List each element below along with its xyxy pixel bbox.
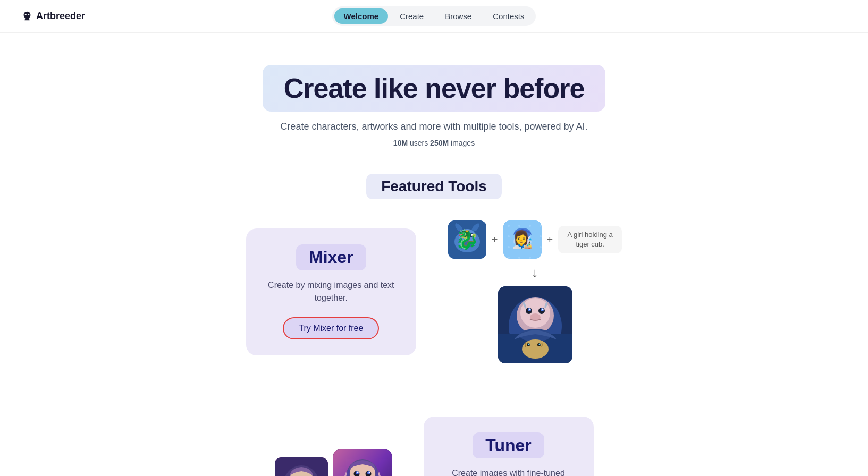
svg-point-20 [520, 240, 525, 243]
mixer-result-image [498, 286, 572, 363]
stat-users-number: 10M [393, 139, 408, 147]
hero-title: Create like never before [284, 72, 585, 104]
mixer-input-image-2 [503, 220, 542, 259]
dragon-svg [448, 220, 486, 259]
nav-item-browse[interactable]: Browse [435, 8, 481, 24]
mixer-description: Create by mixing images and text togethe… [267, 279, 395, 304]
nav-item-welcome[interactable]: Welcome [334, 8, 389, 24]
tuner-image-1 [275, 457, 328, 476]
svg-point-63 [357, 472, 358, 473]
svg-point-1 [28, 13, 29, 15]
mixer-result-svg [498, 286, 572, 363]
svg-point-64 [368, 472, 370, 473]
tuner-title: Tuner [485, 436, 532, 455]
svg-point-5 [461, 233, 465, 237]
svg-rect-11 [503, 220, 542, 259]
section-title: Featured Tools [366, 174, 502, 199]
tuner-images [275, 449, 392, 476]
hero-stats: 10M users 250M images [11, 139, 857, 147]
svg-point-8 [471, 234, 473, 236]
mixer-plus-1: + [492, 234, 498, 246]
mixer-row: Mixer Create by mixing images and text t… [137, 220, 732, 363]
svg-point-4 [459, 229, 476, 244]
mixer-inputs: + [448, 220, 622, 259]
char1-svg [275, 457, 328, 476]
svg-point-16 [517, 236, 520, 240]
mixer-cta-button[interactable]: Try Mixer for free [283, 317, 379, 339]
mixer-plus-2: + [547, 234, 553, 246]
svg-point-29 [529, 309, 530, 310]
nav-item-contests[interactable]: Contests [483, 8, 534, 24]
section-title-wrapper: Featured Tools [137, 174, 732, 199]
tuner-title-wrapper: Tuner [473, 432, 544, 458]
svg-point-3 [454, 231, 480, 252]
mixer-input-image-1 [448, 220, 486, 259]
tuner-card: Tuner Create images with fine-tuned cont… [424, 416, 594, 476]
svg-point-0 [25, 13, 27, 15]
mixer-card: Mixer Create by mixing images and text t… [246, 228, 416, 355]
tuner-image-2 [333, 449, 392, 476]
artbreeder-logo-icon [21, 11, 33, 22]
mixer-title-wrapper: Mixer [296, 244, 366, 270]
mixer-title: Mixer [309, 248, 353, 267]
svg-point-34 [522, 339, 549, 359]
tuner-description: Create images with fine-tuned control. [445, 467, 572, 476]
svg-point-14 [515, 229, 530, 246]
logo[interactable]: Artbreeder [21, 11, 85, 22]
svg-point-30 [542, 309, 543, 310]
svg-rect-2 [448, 220, 486, 259]
svg-point-9 [462, 241, 473, 248]
stat-images-number: 250M [430, 139, 449, 147]
svg-point-39 [528, 344, 529, 345]
svg-point-6 [469, 233, 474, 237]
tuner-section: Tuner Create images with fine-tuned cont… [115, 416, 753, 476]
nav-item-create[interactable]: Create [390, 8, 433, 24]
mixer-text-prompt: A girl holding a tiger cub. [558, 226, 622, 253]
hero-title-wrapper: Create like never before [263, 65, 606, 112]
anime-girl-svg [503, 220, 542, 259]
svg-point-40 [538, 344, 540, 345]
svg-point-7 [462, 234, 465, 236]
hero-section: Create like never before Create characte… [0, 33, 868, 163]
main-nav: Welcome Create Browse Contests [332, 6, 536, 26]
header: Artbreeder Welcome Create Browse Contest… [0, 0, 868, 33]
logo-text: Artbreeder [36, 11, 85, 22]
svg-point-15 [514, 228, 531, 239]
svg-point-19 [526, 236, 527, 238]
mixer-demo: + [448, 220, 622, 363]
hero-subtitle: Create characters, artworks and more wit… [11, 121, 857, 132]
mixer-arrow: ↓ [532, 265, 538, 280]
svg-point-18 [518, 236, 520, 238]
svg-point-24 [520, 298, 550, 328]
char2-svg [333, 449, 392, 476]
featured-tools-section: Featured Tools Mixer Create by mixing im… [115, 163, 753, 416]
svg-point-17 [524, 236, 528, 240]
